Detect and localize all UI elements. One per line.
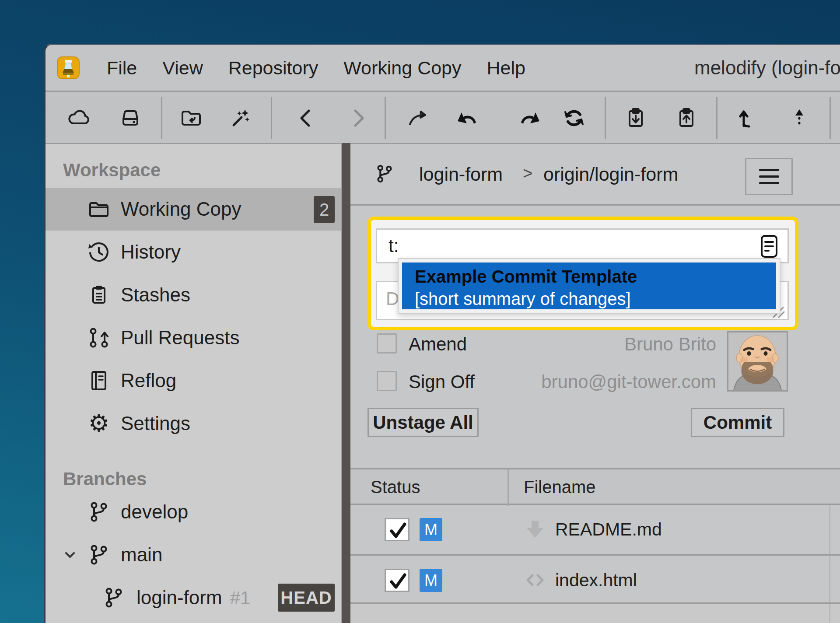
markdown-arrow-icon [525, 519, 545, 539]
rebase-icon[interactable] [787, 106, 812, 130]
filename: index.html [555, 556, 637, 605]
sidebar-item-reflog[interactable]: Reflog [46, 359, 341, 402]
toolbar [46, 91, 840, 144]
main-panel: login-form > origin/login-form [350, 143, 840, 623]
status-badge: M [420, 569, 442, 592]
redo-icon[interactable] [517, 106, 541, 130]
checkout-icon[interactable] [406, 106, 431, 130]
commit-button[interactable]: Commit [691, 408, 784, 437]
sidebar-item-label: develop [121, 490, 188, 533]
history-icon [88, 241, 110, 263]
sign-off-checkbox[interactable] [377, 371, 397, 391]
menu-repository[interactable]: Repository [228, 57, 318, 79]
drive-icon[interactable] [118, 106, 143, 130]
sidebar-header-branches: Branches [46, 445, 341, 490]
commit-template-dropdown: Example Commit Template [short summary o… [398, 258, 780, 314]
sidebar-item-history[interactable]: History [46, 231, 341, 273]
branch-menu-button[interactable] [745, 158, 793, 195]
toolbar-divider [385, 97, 386, 139]
branch-icon [88, 500, 110, 523]
stash-save-icon[interactable] [674, 106, 699, 130]
toolbar-divider [830, 97, 831, 139]
sidebar-item-label: login-form#1 [136, 576, 250, 619]
back-icon[interactable] [294, 106, 318, 130]
commit-template-suggestion[interactable]: Example Commit Template [short summary o… [402, 262, 776, 309]
branch-number: #1 [230, 588, 251, 608]
filename: README.md [555, 505, 662, 554]
commit-template-icon[interactable] [760, 234, 778, 258]
toolbar-divider [716, 97, 718, 139]
magic-wand-icon[interactable] [228, 106, 252, 130]
toolbar-divider [161, 97, 162, 139]
avatar [727, 331, 788, 392]
stage-checkbox[interactable] [385, 518, 410, 541]
sidebar: Workspace Working Copy 2 History [46, 143, 341, 623]
sidebar-item-label: History [121, 231, 181, 273]
branch-icon [88, 543, 110, 566]
sidebar-item-working-copy[interactable]: Working Copy 2 [46, 188, 341, 231]
chevron-down-icon[interactable] [63, 548, 77, 562]
count-badge: 2 [314, 196, 335, 223]
journal-icon [88, 369, 110, 392]
file-row-readme[interactable]: M README.md [350, 505, 840, 554]
unstage-all-button[interactable]: Unstage All [368, 408, 479, 437]
status-badge: M [420, 518, 442, 541]
toolbar-divider [605, 97, 606, 139]
cloud-icon[interactable] [66, 106, 91, 130]
menu-view[interactable]: View [162, 57, 203, 79]
sidebar-splitter[interactable] [341, 143, 351, 623]
author-name: Bruno Brito [525, 334, 716, 355]
open-folder-icon[interactable] [179, 106, 203, 130]
undo-icon[interactable] [456, 106, 480, 130]
amend-label: Amend [409, 334, 467, 355]
forward-icon[interactable] [346, 106, 370, 130]
current-branch-label: login-form [419, 144, 503, 204]
sidebar-item-label: Pull Requests [121, 316, 239, 359]
file-row-index[interactable]: M index.html [350, 556, 840, 605]
sidebar-item-label: Working Copy [121, 188, 242, 231]
menu-items: File View Repository Working Copy Help [107, 57, 525, 79]
sidebar-item-stashes[interactable]: Stashes [46, 273, 341, 316]
menu-file[interactable]: File [107, 57, 137, 79]
tracking-branch-label: origin/login-form [543, 144, 678, 204]
template-title: Example Commit Template [415, 265, 776, 288]
sidebar-header-workspace: Workspace [46, 144, 341, 188]
column-header-filename[interactable]: Filename [524, 469, 596, 506]
sidebar-item-branch-develop[interactable]: develop [46, 490, 341, 533]
merge-icon[interactable] [732, 106, 757, 130]
gear-icon: ⚙ [88, 412, 110, 434]
sidebar-item-branch-login-form[interactable]: login-form#1 HEAD [46, 576, 341, 619]
scrollbar-track[interactable] [830, 505, 830, 623]
branch-icon [102, 586, 125, 609]
author-email: bruno@git-tower.com [525, 371, 716, 392]
pull-request-icon [88, 326, 110, 349]
column-divider[interactable] [508, 469, 509, 506]
window-title: melodify (login-form) [694, 45, 840, 91]
stash-icon [88, 284, 110, 306]
menu-bar: File View Repository Working Copy Help m… [46, 45, 840, 91]
sidebar-item-label: main [121, 533, 162, 576]
template-summary: [short summary of changes] [415, 288, 776, 310]
sidebar-item-label: Stashes [121, 273, 190, 316]
sidebar-item-label: Settings [121, 402, 190, 445]
menu-working-copy[interactable]: Working Copy [343, 57, 461, 79]
sign-off-label: Sign Off [409, 371, 475, 392]
app-window: File View Repository Working Copy Help m… [44, 44, 840, 623]
sidebar-item-label: Reflog [121, 359, 176, 402]
menu-help[interactable]: Help [487, 57, 525, 79]
sync-icon[interactable] [562, 106, 586, 130]
column-header-status[interactable]: Status [371, 469, 420, 506]
stage-checkbox[interactable] [385, 569, 410, 592]
sidebar-item-pull-requests[interactable]: Pull Requests [46, 316, 341, 359]
head-badge: HEAD [278, 584, 335, 612]
stash-apply-icon[interactable] [623, 106, 648, 130]
branch-header: login-form > origin/login-form [350, 144, 840, 206]
folder-icon [88, 198, 110, 220]
sidebar-item-settings[interactable]: ⚙ Settings [46, 402, 341, 445]
file-table-header: Status Filename [350, 468, 840, 505]
sidebar-item-branch-main[interactable]: main [46, 533, 341, 576]
amend-checkbox[interactable] [377, 333, 397, 354]
code-icon [525, 570, 545, 590]
breadcrumb-separator: > [523, 144, 532, 204]
hamburger-icon [759, 169, 779, 171]
